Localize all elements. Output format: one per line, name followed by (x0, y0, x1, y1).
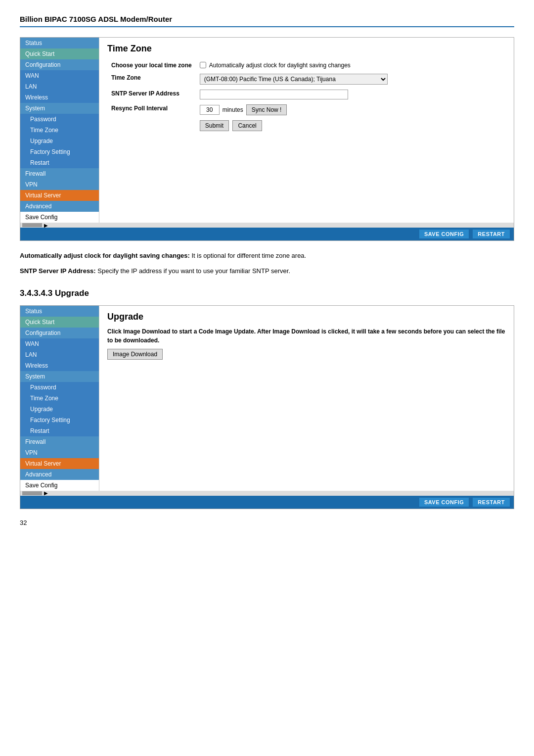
upgrade-sidebar-restart[interactable]: Restart (20, 425, 99, 436)
sidebar-item-configuration[interactable]: Configuration (20, 59, 99, 70)
sidebar-item-virtualserver[interactable]: Virtual Server (20, 190, 99, 201)
upgrade-sidebar-timezone[interactable]: Time Zone (20, 393, 99, 404)
image-download-button[interactable]: Image Download (107, 349, 163, 360)
upgrade-title: Upgrade (107, 312, 506, 322)
upgrade-sidebar-quickstart[interactable]: Quick Start (20, 317, 99, 328)
page-header: Billion BIPAC 7100SG ADSL Modem/Router (20, 15, 514, 27)
resync-input[interactable] (200, 105, 220, 115)
upgrade-scroll-arrow[interactable]: ▶ (44, 490, 48, 496)
sidebar-item-system[interactable]: System (20, 103, 99, 114)
upgrade-sidebar-configuration[interactable]: Configuration (20, 328, 99, 338)
tz-label: Time Zone (107, 71, 196, 87)
sidebar-item-advanced[interactable]: Advanced (20, 201, 99, 212)
upgrade-sidebar-saveconfig[interactable]: Save Config (20, 480, 99, 491)
auto-adjust-checkbox[interactable] (200, 62, 206, 68)
resync-label: Resync Poll Interval (107, 102, 196, 118)
sntp-desc-bold: SNTP Server IP Address: (20, 267, 96, 275)
sidebar-item-upgrade[interactable]: Upgrade (20, 136, 99, 146)
upgrade-desc-text: Click Image Download to start a Code Ima… (107, 328, 505, 344)
page-number: 32 (20, 519, 514, 526)
sntp-input[interactable] (200, 90, 348, 99)
upgrade-section-heading: 3.4.3.4.3 Upgrade (20, 288, 514, 298)
timezone-router-ui: Status Quick Start Configuration WAN LAN… (20, 37, 514, 241)
sidebar-item-password[interactable]: Password (20, 114, 99, 125)
auto-adjust-desc: Automatically adjust clock for daylight … (20, 251, 514, 261)
sidebar-item-vpn[interactable]: VPN (20, 179, 99, 190)
timezone-content: Time Zone Choose your local time zone Au… (99, 38, 514, 223)
description-section: Automatically adjust clock for daylight … (20, 251, 514, 277)
upgrade-sidebar-wireless[interactable]: Wireless (20, 360, 99, 371)
sidebar-item-quickstart[interactable]: Quick Start (20, 48, 99, 59)
sidebar-item-wan[interactable]: WAN (20, 70, 99, 81)
sidebar-item-wireless[interactable]: Wireless (20, 92, 99, 103)
upgrade-sidebar-factory[interactable]: Factory Setting (20, 415, 99, 425)
sidebar-item-restart[interactable]: Restart (20, 157, 99, 168)
sidebar-item-lan[interactable]: LAN (20, 81, 99, 92)
sidebar-item-timezone[interactable]: Time Zone (20, 125, 99, 136)
auto-adjust-checkbox-label: Automatically adjust clock for daylight … (209, 62, 351, 69)
timezone-title: Time Zone (107, 44, 506, 54)
sntp-label: SNTP Server IP Address (107, 87, 196, 102)
scrollbar-area[interactable]: ▶ (20, 223, 514, 228)
auto-adjust-desc-bold: Automatically adjust clock for daylight … (20, 252, 190, 259)
scrollbar-thumb[interactable] (22, 223, 42, 227)
upgrade-sidebar-system[interactable]: System (20, 371, 99, 382)
timezone-select[interactable]: (GMT-08:00) Pacific Time (US & Canada); … (200, 74, 388, 85)
upgrade-router-ui: Status Quick Start Configuration WAN LAN… (20, 305, 514, 509)
save-config-button[interactable]: SAVE CONFIG (419, 230, 469, 238)
sntp-desc-text: Specify the IP address if you want to us… (97, 267, 290, 275)
upgrade-sidebar-wan[interactable]: WAN (20, 338, 99, 349)
upgrade-sidebar-advanced[interactable]: Advanced (20, 469, 99, 480)
upgrade-scrollbar-thumb[interactable] (22, 491, 42, 495)
sidebar-item-factory[interactable]: Factory Setting (20, 146, 99, 157)
timezone-footer-bar: SAVE CONFIG RESTART (20, 228, 514, 240)
upgrade-restart-button[interactable]: RESTART (473, 498, 510, 507)
sync-now-button[interactable]: Sync Now ! (246, 104, 287, 115)
sidebar-item-status[interactable]: Status (20, 38, 99, 48)
upgrade-sidebar-upgrade[interactable]: Upgrade (20, 404, 99, 415)
sidebar-item-firewall[interactable]: Firewall (20, 168, 99, 179)
submit-button[interactable]: Submit (200, 120, 229, 131)
scroll-arrow[interactable]: ▶ (44, 223, 48, 228)
choose-tz-label: Choose your local time zone (107, 59, 196, 71)
resync-unit: minutes (222, 106, 243, 113)
upgrade-sidebar-lan[interactable]: LAN (20, 349, 99, 360)
upgrade-sidebar: Status Quick Start Configuration WAN LAN… (20, 306, 99, 491)
upgrade-save-config-button[interactable]: SAVE CONFIG (419, 498, 469, 507)
sntp-desc: SNTP Server IP Address: Specify the IP a… (20, 266, 514, 277)
upgrade-sidebar-virtualserver[interactable]: Virtual Server (20, 458, 99, 469)
auto-adjust-desc-text: It is optional for different time zone a… (191, 252, 306, 259)
upgrade-description: Click Image Download to start a Code Ima… (107, 327, 506, 345)
upgrade-sidebar-vpn[interactable]: VPN (20, 447, 99, 458)
upgrade-sidebar-status[interactable]: Status (20, 306, 99, 317)
cancel-button[interactable]: Cancel (232, 120, 262, 131)
upgrade-content: Upgrade Click Image Download to start a … (99, 306, 514, 491)
timezone-sidebar: Status Quick Start Configuration WAN LAN… (20, 38, 99, 223)
restart-button[interactable]: RESTART (473, 230, 510, 238)
upgrade-footer-bar: SAVE CONFIG RESTART (20, 496, 514, 509)
upgrade-sidebar-password[interactable]: Password (20, 382, 99, 393)
upgrade-scrollbar-area[interactable]: ▶ (20, 491, 514, 496)
sidebar-item-saveconfig[interactable]: Save Config (20, 212, 99, 223)
upgrade-sidebar-firewall[interactable]: Firewall (20, 436, 99, 447)
